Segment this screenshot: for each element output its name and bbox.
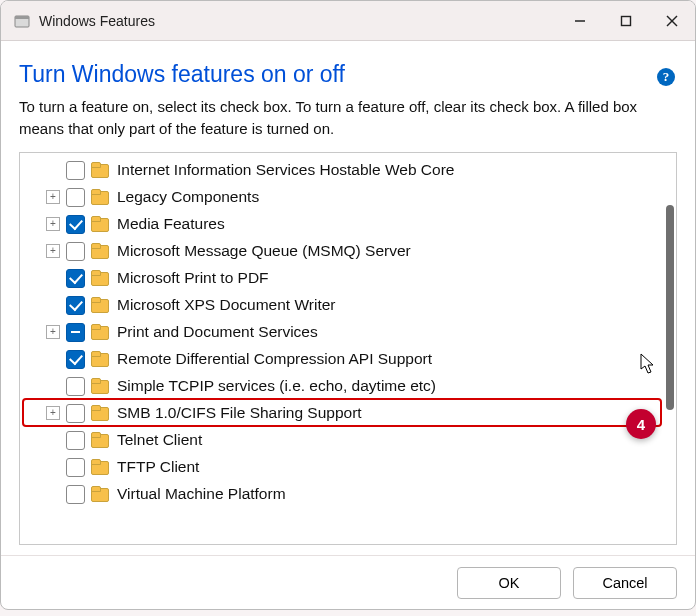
feature-row[interactable]: Remote Differential Compression API Supp…: [22, 346, 674, 373]
feature-row[interactable]: Microsoft Message Queue (MSMQ) Server: [22, 238, 674, 265]
help-icon[interactable]: ?: [655, 66, 677, 88]
feature-row[interactable]: SMB 1.0/CIFS File Sharing Support: [22, 400, 674, 427]
feature-checkbox[interactable]: [66, 377, 85, 396]
feature-row[interactable]: Simple TCPIP services (i.e. echo, daytim…: [22, 373, 674, 400]
feature-row[interactable]: Internet Information Services Hostable W…: [22, 157, 674, 184]
folder-icon: [91, 459, 111, 475]
feature-label: Virtual Machine Platform: [117, 485, 286, 503]
feature-row[interactable]: Print and Document Services: [22, 319, 674, 346]
feature-label: Internet Information Services Hostable W…: [117, 161, 454, 179]
feature-checkbox[interactable]: [66, 296, 85, 315]
feature-row[interactable]: Legacy Components: [22, 184, 674, 211]
feature-label: Remote Differential Compression API Supp…: [117, 350, 432, 368]
scrollbar-thumb[interactable]: [666, 205, 674, 410]
close-button[interactable]: [649, 3, 695, 39]
feature-row[interactable]: Virtual Machine Platform: [22, 481, 674, 508]
folder-icon: [91, 324, 111, 340]
feature-label: Microsoft XPS Document Writer: [117, 296, 336, 314]
expand-icon[interactable]: [46, 325, 60, 339]
page-title: Turn Windows features on or off: [19, 61, 345, 88]
expand-icon[interactable]: [46, 406, 60, 420]
app-icon: [13, 12, 31, 30]
folder-icon: [91, 432, 111, 448]
svg-rect-1: [15, 16, 29, 19]
feature-label: Legacy Components: [117, 188, 259, 206]
feature-row[interactable]: Telnet Client: [22, 427, 674, 454]
folder-icon: [91, 405, 111, 421]
feature-label: Microsoft Message Queue (MSMQ) Server: [117, 242, 411, 260]
feature-row[interactable]: Microsoft XPS Document Writer: [22, 292, 674, 319]
feature-checkbox[interactable]: [66, 431, 85, 450]
feature-checkbox[interactable]: [66, 188, 85, 207]
window-title: Windows Features: [39, 13, 155, 29]
folder-icon: [91, 189, 111, 205]
feature-label: Print and Document Services: [117, 323, 318, 341]
feature-checkbox[interactable]: [66, 485, 85, 504]
titlebar: Windows Features: [1, 1, 695, 41]
expand-icon[interactable]: [46, 244, 60, 258]
feature-row[interactable]: Media Features: [22, 211, 674, 238]
feature-checkbox[interactable]: [66, 404, 85, 423]
folder-icon: [91, 162, 111, 178]
maximize-button[interactable]: [603, 3, 649, 39]
folder-icon: [91, 486, 111, 502]
folder-icon: [91, 351, 111, 367]
feature-label: Simple TCPIP services (i.e. echo, daytim…: [117, 377, 436, 395]
feature-checkbox[interactable]: [66, 458, 85, 477]
folder-icon: [91, 378, 111, 394]
svg-text:?: ?: [663, 69, 670, 84]
folder-icon: [91, 216, 111, 232]
minimize-button[interactable]: [557, 3, 603, 39]
ok-button[interactable]: OK: [457, 567, 561, 599]
svg-rect-3: [622, 16, 631, 25]
folder-icon: [91, 297, 111, 313]
feature-row[interactable]: TFTP Client: [22, 454, 674, 481]
feature-label: Microsoft Print to PDF: [117, 269, 269, 287]
feature-label: Media Features: [117, 215, 225, 233]
feature-checkbox[interactable]: [66, 215, 85, 234]
feature-checkbox[interactable]: [66, 350, 85, 369]
windows-features-dialog: Windows Features Turn Windows features o…: [0, 0, 696, 610]
expand-icon[interactable]: [46, 217, 60, 231]
feature-checkbox[interactable]: [66, 269, 85, 288]
window-controls: [557, 3, 695, 39]
features-list: Internet Information Services Hostable W…: [19, 152, 677, 546]
folder-icon: [91, 270, 111, 286]
dialog-footer: OK Cancel: [1, 555, 695, 609]
expand-icon[interactable]: [46, 190, 60, 204]
feature-checkbox[interactable]: [66, 323, 85, 342]
feature-row[interactable]: Microsoft Print to PDF: [22, 265, 674, 292]
feature-label: TFTP Client: [117, 458, 199, 476]
description-text: To turn a feature on, select its check b…: [19, 96, 677, 140]
dialog-content: Turn Windows features on or off ? To tur…: [1, 41, 695, 555]
feature-label: Telnet Client: [117, 431, 202, 449]
cancel-button[interactable]: Cancel: [573, 567, 677, 599]
feature-label: SMB 1.0/CIFS File Sharing Support: [117, 404, 362, 422]
feature-checkbox[interactable]: [66, 242, 85, 261]
folder-icon: [91, 243, 111, 259]
feature-checkbox[interactable]: [66, 161, 85, 180]
